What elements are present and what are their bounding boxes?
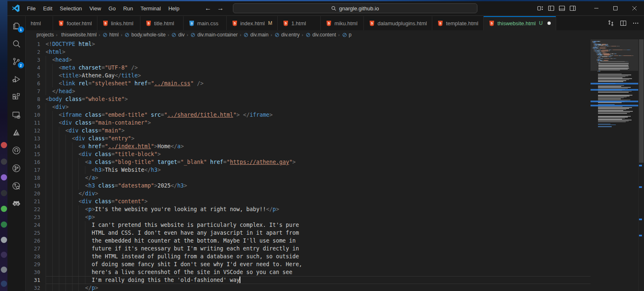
scrollbar-thumb[interactable] [639,39,644,163]
code-line[interactable]: 7</head> [26,87,591,95]
code-line[interactable]: 18</a> [26,174,591,182]
toggle-panel-icon[interactable] [559,5,565,12]
vertical-scrollbar[interactable] [638,39,644,291]
minimize-button[interactable] [587,1,606,15]
back-icon[interactable]: ← [205,5,211,12]
tab-thiswebsite.html[interactable]: 5thiswebsite.htmlU [484,16,556,30]
code-line[interactable]: 24I can't pretend this website is partic… [26,221,591,229]
indent-guide [52,197,59,205]
code-line[interactable]: 27future if it's necessary but I'm writi… [26,245,591,253]
activity-gitlens-icon[interactable] [10,161,24,175]
open-changes-icon[interactable] [608,20,614,26]
code-line[interactable]: 19<h3 class="datestamp">2025</h3> [26,182,591,190]
close-button[interactable] [625,1,644,15]
code-line[interactable]: 6<link rel="stylesheet" href="../main.cs… [26,79,591,87]
code-line[interactable]: 22<p>It's the website you're looking at … [26,205,591,213]
breadcrumb-item-div-content[interactable]: div.content [305,32,336,38]
indent-guide [65,221,72,229]
code-line[interactable]: 2<html> [26,48,591,56]
minimap-slider[interactable] [591,39,638,71]
menubar: FileEditSelectionViewGoRunTerminalHelp [23,4,183,13]
code-line[interactable]: 30here's a live screenshot of the site i… [26,268,591,276]
breadcrumb-item-div-main[interactable]: div.main [243,32,269,38]
code-line[interactable]: 9<div> [26,103,591,111]
activity-remote-explorer-icon[interactable] [10,108,24,122]
activity-extensions-icon[interactable] [10,90,24,104]
code-line[interactable]: 12<div class="main"> [26,127,591,135]
activity-godot-tools-icon[interactable] [10,197,24,211]
code-line[interactable]: 23<p> [26,213,591,221]
breadcrumb-item-div-entry[interactable]: div.entry [274,32,300,38]
code-line[interactable]: 15<div class="title-block"> [26,150,591,158]
indent-guide [72,158,79,166]
code-line[interactable]: 5<title>Athene.Gay</title> [26,72,591,79]
menu-go[interactable]: Go [105,4,119,13]
menu-view[interactable]: View [86,4,105,13]
customize-layout-icon[interactable] [537,5,544,12]
tab-index.html[interactable]: 5index.htmlM [227,16,278,30]
code-editor[interactable]: 1<!DOCTYPE html>2<html>3<head>4<meta cha… [26,39,644,291]
code-line[interactable]: 14<a href="../index.html">Home</a> [26,142,591,150]
breadcrumb-item-body-whole-site[interactable]: body.whole-site [124,32,166,38]
code-line[interactable]: 16<a class="blog-title" target="_blank" … [26,158,591,166]
tab-links.html[interactable]: 5links.html [97,16,140,30]
toggle-primary-sidebar-icon[interactable] [548,5,554,12]
tab-title.html[interactable]: 5title.html [140,16,184,30]
overview-ruler-mark [639,186,642,188]
more-actions-icon[interactable] [632,20,639,26]
activity-run-and-debug-icon[interactable] [10,72,24,86]
code-line[interactable]: 29of doing some fancy shit I don't see w… [26,260,591,268]
code-line[interactable]: 32</p> [26,284,591,291]
activity-explorer-icon[interactable]: 1 [10,19,24,33]
minimap-highlight [591,83,638,84]
menu-terminal[interactable]: Terminal [137,4,165,13]
menu-help[interactable]: Help [165,4,183,13]
forward-icon[interactable]: → [217,5,224,12]
code-line[interactable]: 13<div class="entry"> [26,135,591,142]
unsaved-dot-icon[interactable] [547,22,551,25]
code-line[interactable]: 8<body class="whole-site"> [26,95,591,103]
split-editor-icon[interactable] [620,20,627,26]
code-line[interactable]: 1<!DOCTYPE html> [26,40,591,48]
activity-gitlens-inspect-icon[interactable] [10,179,24,193]
breadcrumb-separator-icon: › [167,32,170,37]
maximize-button[interactable] [606,1,625,15]
tab-miku.html[interactable]: 5miku.html [321,16,364,30]
activity-search-icon[interactable] [10,36,24,51]
code-line[interactable]: 31I'm really doing this the 'old-fashion… [26,276,591,284]
code-line[interactable]: 11<div class="main-container"> [26,119,591,127]
menu-run[interactable]: Run [119,4,137,13]
toggle-secondary-sidebar-icon[interactable] [569,5,576,12]
code-line[interactable]: 25HTML and CSS. I don't even have any ja… [26,229,591,237]
code-line[interactable]: 17<h3>This Website</h3> [26,166,591,174]
code-line[interactable]: 26the embedded hit counter at the bottom… [26,237,591,245]
activity-source-control-icon[interactable]: 2 [10,54,24,68]
menu-file[interactable]: File [23,4,39,13]
code-line[interactable]: 4<meta charset="UTF-8" /> [26,64,591,72]
breadcrumb-item-div-main-container[interactable]: div.main-container [190,32,237,38]
menu-edit[interactable]: Edit [39,4,56,13]
line-content: </p> [46,284,591,291]
code-line[interactable]: 20</div> [26,190,591,197]
tab-template.html[interactable]: 5template.html [432,16,484,30]
activity-github-icon[interactable] [10,143,24,157]
breadcrumb-label: div.main-container [197,32,237,38]
minimap[interactable] [591,39,638,291]
activity-azure-icon[interactable] [10,125,24,139]
tab-html[interactable]: html [26,16,53,30]
code-line[interactable]: 10<iframe class="embed-title" src="../sh… [26,111,591,119]
code-line[interactable]: 21<div class="content"> [26,197,591,205]
breadcrumb-item-html[interactable]: html [102,32,119,38]
code-line[interactable]: 28the HTML instead of pulling from a dat… [26,253,591,260]
tab-1.html[interactable]: 51.html [278,16,321,30]
breadcrumb-item-thiswebsite-html[interactable]: 5thiswebsite.html [60,32,97,38]
command-center-search[interactable]: gnargle.github.io [233,3,477,13]
breadcrumb-item-div[interactable]: div [171,32,184,38]
breadcrumb-item-p[interactable]: p [342,32,352,38]
tab-dalamudplugins.html[interactable]: 5dalamudplugins.html [364,16,432,30]
breadcrumb-item-projects[interactable]: projects [36,32,54,38]
tab-main.css[interactable]: 3main.css [184,16,227,30]
code-line[interactable]: 3<head> [26,56,591,64]
menu-selection[interactable]: Selection [56,4,85,13]
tab-footer.html[interactable]: 5footer.html [53,16,97,30]
